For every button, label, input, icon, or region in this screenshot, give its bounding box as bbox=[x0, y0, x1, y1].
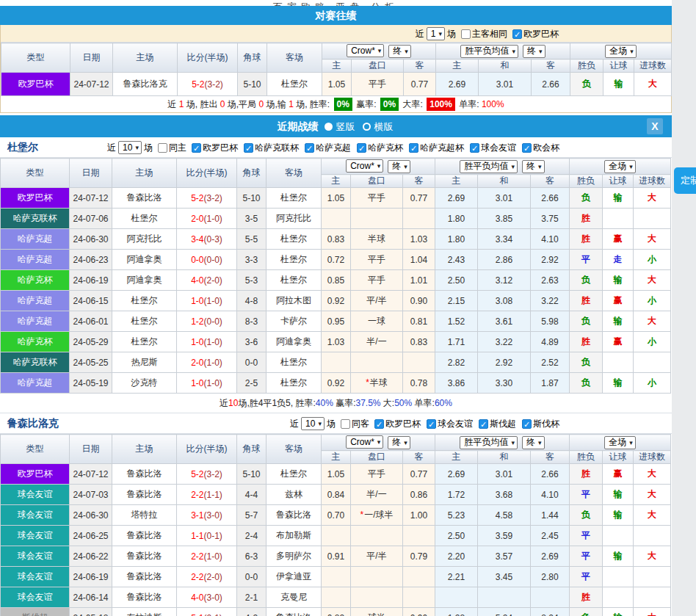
league-type-badge: 哈萨克联杯 bbox=[1, 352, 70, 373]
avg-draw: 3.34 bbox=[478, 229, 531, 250]
handicap: 球半 bbox=[351, 608, 403, 616]
league-label: 球会友谊 bbox=[438, 418, 473, 430]
score: 1-0(1-0) bbox=[177, 373, 237, 394]
result-wdl: 负 bbox=[570, 311, 603, 332]
corners: 2-4 bbox=[237, 526, 267, 546]
chevron-down-icon: ▾ bbox=[538, 439, 542, 446]
odds-time-select[interactable]: 终▾ bbox=[388, 160, 410, 173]
league-checkbox-1[interactable]: ✓ bbox=[244, 143, 253, 153]
odds-home: 1.05 bbox=[322, 188, 351, 209]
home-team: 杜堡尔 bbox=[112, 332, 177, 352]
result-goals: 大 bbox=[634, 311, 671, 332]
result-handicap: 赢 bbox=[603, 291, 634, 311]
result-goals: 小 bbox=[634, 332, 671, 352]
home-team: 沙克特 bbox=[112, 373, 177, 394]
odds-away bbox=[403, 352, 435, 373]
odds-home: 1.05 bbox=[322, 464, 351, 485]
odds-home: 0.95 bbox=[322, 311, 351, 332]
match-date: 24-06-19 bbox=[70, 567, 112, 587]
avg-home: 1.80 bbox=[435, 229, 478, 250]
col-header: 类型 bbox=[1, 435, 70, 464]
league-checkbox-6[interactable]: ✓ bbox=[522, 143, 532, 153]
avg-time-select[interactable]: 终▾ bbox=[522, 160, 545, 173]
odds-time-select[interactable]: 终▾ bbox=[388, 436, 410, 449]
result-goals: 小 bbox=[634, 373, 671, 394]
league-checkbox-3[interactable]: ✓ bbox=[357, 143, 366, 153]
avg-group-header: 胜平负均值▾终▾ bbox=[435, 435, 570, 451]
horizontal-radio[interactable] bbox=[363, 123, 371, 131]
col-header: 主场 bbox=[112, 435, 177, 464]
home-team: 鲁森比洛 bbox=[112, 587, 177, 608]
vertical-radio[interactable] bbox=[325, 123, 333, 131]
league-checkbox-0[interactable]: ✓ bbox=[512, 29, 522, 39]
chevron-down-icon: ▾ bbox=[511, 439, 515, 446]
league-type-badge: 球会友谊 bbox=[1, 546, 70, 567]
league-checkbox-2[interactable]: ✓ bbox=[305, 143, 314, 153]
home-team: 热尼斯 bbox=[112, 352, 177, 373]
chevron-down-icon: ▾ bbox=[405, 48, 408, 55]
stat-segment: 50% bbox=[394, 398, 412, 408]
avg-home: 2.82 bbox=[435, 352, 478, 373]
league-checkbox-2[interactable]: ✓ bbox=[479, 419, 488, 429]
score: 3-1(3-0) bbox=[177, 505, 237, 526]
same-venue-checkbox[interactable] bbox=[341, 419, 350, 429]
home-team: 鲁森比洛 bbox=[112, 188, 177, 209]
col-header: 比分(半场) bbox=[178, 43, 238, 73]
h2h-title: 对赛往绩 bbox=[316, 10, 357, 21]
games-count-select[interactable]: 10▾ bbox=[118, 141, 142, 154]
avg-odds-select[interactable]: 胜平负均值▾ bbox=[460, 436, 518, 449]
games-count-select[interactable]: 10▾ bbox=[301, 417, 325, 430]
league-checkbox-1[interactable]: ✓ bbox=[427, 419, 436, 429]
odds-time-select[interactable]: 终▾ bbox=[388, 45, 411, 58]
recent-title: 近期战绩 bbox=[278, 120, 319, 132]
league-checkbox-4[interactable]: ✓ bbox=[409, 143, 418, 153]
scope-select[interactable]: 全场▾ bbox=[604, 160, 636, 173]
league-type-badge: 哈萨克杯 bbox=[1, 270, 70, 291]
sub-header: 和 bbox=[479, 59, 532, 73]
sub-header: 客 bbox=[531, 175, 570, 188]
match-date: 24-05-29 bbox=[70, 332, 112, 352]
league-type-badge: 哈萨克联杯 bbox=[1, 209, 70, 229]
match-date: 24-07-03 bbox=[70, 485, 112, 505]
result-goals: 小 bbox=[634, 291, 671, 311]
avg-time-select[interactable]: 终▾ bbox=[522, 436, 545, 449]
games-count-select[interactable]: 1▾ bbox=[427, 27, 445, 40]
avg-odds-select[interactable]: 胜平负均值▾ bbox=[460, 160, 518, 173]
sub-header: 胜负 bbox=[570, 175, 603, 188]
stat-segment: 近 bbox=[220, 398, 228, 408]
home-team-filter-bar: 杜堡尔 近 10▾ 场同主✓欧罗巴杯✓哈萨克联杯✓哈萨克超✓哈萨克杯✓哈萨克超杯… bbox=[0, 137, 672, 158]
result-goals: 大 bbox=[634, 505, 671, 526]
scope-select[interactable]: 全场▾ bbox=[605, 45, 637, 58]
scope-select[interactable]: 全场▾ bbox=[604, 436, 636, 449]
avg-draw: 3.01 bbox=[478, 464, 531, 485]
corners: 5-10 bbox=[238, 73, 267, 96]
away-team: 鲁森比洛 bbox=[267, 608, 322, 616]
league-checkbox-0[interactable]: ✓ bbox=[374, 419, 384, 429]
customize-button[interactable]: 定制 bbox=[674, 167, 696, 194]
avg-draw: 3.30 bbox=[478, 373, 531, 394]
avg-time-select[interactable]: 终▾ bbox=[523, 45, 545, 58]
close-icon[interactable]: X bbox=[647, 118, 663, 134]
away-team: 克曼尼 bbox=[267, 587, 322, 608]
away-team: 布加勒斯 bbox=[267, 526, 322, 546]
league-checkbox-0[interactable]: ✓ bbox=[192, 143, 201, 153]
stat-segment: 100% bbox=[427, 98, 455, 111]
home-team: 杜堡尔 bbox=[112, 291, 177, 311]
odds-company-select[interactable]: Crow*▾ bbox=[346, 435, 383, 449]
result-goals: 大 bbox=[634, 188, 671, 209]
league-checkbox-3[interactable]: ✓ bbox=[522, 419, 532, 429]
match-date: 24-06-30 bbox=[70, 505, 112, 526]
same-venue-checkbox[interactable] bbox=[158, 143, 167, 153]
sub-header: 盘口 bbox=[351, 175, 403, 188]
same-venue-checkbox[interactable] bbox=[461, 29, 471, 39]
home-team: 鲁森比洛克 bbox=[113, 73, 178, 96]
league-label: 欧罗巴杯 bbox=[203, 142, 238, 154]
league-label: 哈萨克杯 bbox=[368, 142, 403, 154]
score: 2-0(1-0) bbox=[177, 352, 237, 373]
avg-odds-select[interactable]: 胜平负均值▾ bbox=[460, 45, 518, 58]
odds-company-select[interactable]: Crow*▾ bbox=[346, 159, 383, 173]
corners: 5-10 bbox=[237, 464, 267, 485]
result-goals bbox=[634, 567, 671, 587]
odds-company-select[interactable]: Crow*▾ bbox=[347, 44, 384, 57]
league-checkbox-5[interactable]: ✓ bbox=[470, 143, 479, 153]
